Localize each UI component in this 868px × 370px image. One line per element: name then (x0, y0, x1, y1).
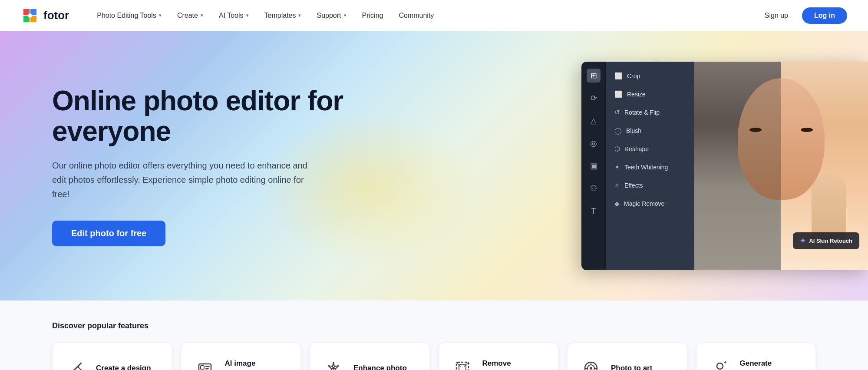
menu-blush[interactable]: ◯ Blush (606, 122, 694, 140)
sidebar-eye-icon[interactable]: ◎ (587, 136, 601, 150)
hero-subtitle: Our online photo editor offers everythin… (52, 159, 313, 202)
right-eye (801, 128, 813, 132)
feature-card-create-design[interactable]: Create a design (52, 343, 172, 370)
chevron-down-icon: ▾ (246, 13, 249, 18)
ai-sparkle-icon: ✦ (800, 237, 805, 245)
svg-line-5 (78, 367, 81, 370)
hero-content: Online photo editor for everyone Our onl… (52, 86, 347, 247)
login-button[interactable]: Log in (802, 7, 847, 24)
feature-label-remove-background: Remove background (482, 359, 546, 370)
editor-mockup: ⊞ ⟳ △ ◎ ▣ ⚇ T ⬜ Crop ⬜ Resize (581, 62, 868, 270)
nav-templates[interactable]: Templates ▾ (257, 8, 308, 23)
crop-icon: ⬜ (614, 72, 623, 80)
menu-crop[interactable]: ⬜ Crop (606, 67, 694, 85)
resize-icon: ⬜ (614, 90, 623, 98)
editor-photo-area: ✦ AI Skin Retouch (694, 62, 868, 270)
feature-label-photo-to-art: Photo to art (611, 363, 652, 370)
chevron-down-icon: ▾ (298, 13, 301, 18)
feature-label-ai-generator: AI image generator (225, 359, 289, 370)
chevron-down-icon: ▾ (159, 13, 162, 18)
sidebar-text-icon[interactable]: T (587, 204, 601, 218)
svg-point-24 (717, 363, 723, 369)
menu-effects[interactable]: ✧ Effects (606, 176, 694, 195)
editor-sidebar: ⊞ ⟳ △ ◎ ▣ ⚇ T ⬜ Crop ⬜ Resize (581, 62, 694, 270)
effects-icon: ✧ (614, 182, 620, 189)
feature-card-enhance-photo[interactable]: Enhance photo (310, 343, 430, 370)
sidebar-frame-icon[interactable]: ▣ (587, 159, 601, 173)
svg-point-19 (590, 367, 592, 370)
face-overlay (725, 78, 838, 243)
hero-title: Online photo editor for everyone (52, 86, 347, 147)
left-eye (749, 128, 762, 132)
svg-rect-13 (456, 362, 469, 370)
teeth-icon: ✦ (614, 163, 620, 171)
create-design-icon (65, 357, 87, 370)
nav-support[interactable]: Support ▾ (310, 8, 353, 23)
hero-editor-mockup-area: ⊞ ⟳ △ ◎ ▣ ⚇ T ⬜ Crop ⬜ Resize (564, 31, 868, 301)
menu-teeth-whitening[interactable]: ✦ Teeth Whitening (606, 158, 694, 176)
magic-remove-icon: ◆ (614, 200, 620, 208)
remove-bg-svg (455, 360, 470, 370)
hero-section: Online photo editor for everyone Our onl… (0, 31, 868, 301)
sidebar-grid-icon[interactable]: ⊞ (587, 69, 601, 83)
chevron-down-icon: ▾ (201, 13, 203, 18)
svg-point-12 (332, 367, 335, 370)
svg-point-1 (28, 13, 32, 18)
reshape-icon: ⬡ (614, 145, 620, 153)
svg-rect-7 (201, 366, 204, 369)
discover-section: Discover popular features Create a desig… (0, 301, 868, 370)
ai-generator-svg (197, 360, 213, 370)
menu-resize[interactable]: ⬜ Resize (606, 85, 694, 103)
menu-reshape[interactable]: ⬡ Reshape (606, 140, 694, 158)
enhance-photo-icon (322, 357, 345, 370)
menu-magic-remove[interactable]: ◆ Magic Remove (606, 195, 694, 213)
generate-headshots-icon (709, 357, 731, 370)
ai-image-generator-icon (194, 357, 216, 370)
photo-to-art-svg (583, 360, 599, 370)
feature-label-create-design: Create a design (96, 363, 151, 370)
ai-skin-retouch-badge: ✦ AI Skin Retouch (793, 232, 859, 249)
blush-icon: ◯ (614, 127, 622, 135)
edit-photo-button[interactable]: Edit photo for free (52, 221, 165, 246)
nav-auth: Sign up Log in (758, 7, 847, 24)
headshots-svg (712, 360, 728, 370)
feature-label-enhance-photo: Enhance photo (353, 363, 407, 370)
fotor-logo-icon (21, 7, 39, 25)
sidebar-menu: ⬜ Crop ⬜ Resize ↺ Rotate & Flip ◯ Blush (606, 62, 694, 270)
nav-links: Photo Editing Tools ▾ Create ▾ AI Tools … (90, 8, 758, 23)
nav-ai-tools[interactable]: AI Tools ▾ (212, 8, 256, 23)
rotate-icon: ↺ (614, 109, 620, 116)
sidebar-filter-icon[interactable]: △ (587, 114, 601, 128)
brand-name: fotor (43, 9, 69, 22)
sidebar-adjust-icon[interactable]: ⟳ (587, 91, 601, 105)
features-grid: Create a design AI image generator (52, 343, 816, 370)
feature-card-generate-headshots[interactable]: Generate Headshots (696, 343, 816, 370)
sidebar-people-icon[interactable]: ⚇ (587, 182, 601, 195)
svg-line-3 (79, 363, 81, 365)
feature-card-remove-background[interactable]: Remove background (439, 343, 559, 370)
enhance-svg (326, 360, 341, 370)
logo[interactable]: fotor (21, 7, 69, 25)
nav-create[interactable]: Create ▾ (170, 8, 210, 23)
chevron-down-icon: ▾ (344, 13, 347, 18)
signup-button[interactable]: Sign up (758, 8, 795, 23)
navbar: fotor Photo Editing Tools ▾ Create ▾ AI … (0, 0, 868, 31)
sidebar-icon-rail: ⊞ ⟳ △ ◎ ▣ ⚇ T (581, 62, 606, 270)
photo-to-art-icon (580, 357, 602, 370)
menu-rotate-flip[interactable]: ↺ Rotate & Flip (606, 103, 694, 122)
remove-background-icon (451, 357, 474, 370)
feature-label-generate-headshots: Generate Headshots (740, 359, 804, 370)
nav-pricing[interactable]: Pricing (355, 8, 390, 23)
discover-title: Discover popular features (52, 321, 816, 330)
face-shape (738, 78, 825, 200)
nav-community[interactable]: Community (392, 8, 441, 23)
nav-photo-editing-tools[interactable]: Photo Editing Tools ▾ (90, 8, 168, 23)
face-shadow (738, 78, 781, 200)
feature-card-photo-to-art[interactable]: Photo to art (567, 343, 687, 370)
create-design-svg (68, 360, 84, 370)
feature-card-ai-image-generator[interactable]: AI image generator (181, 343, 301, 370)
